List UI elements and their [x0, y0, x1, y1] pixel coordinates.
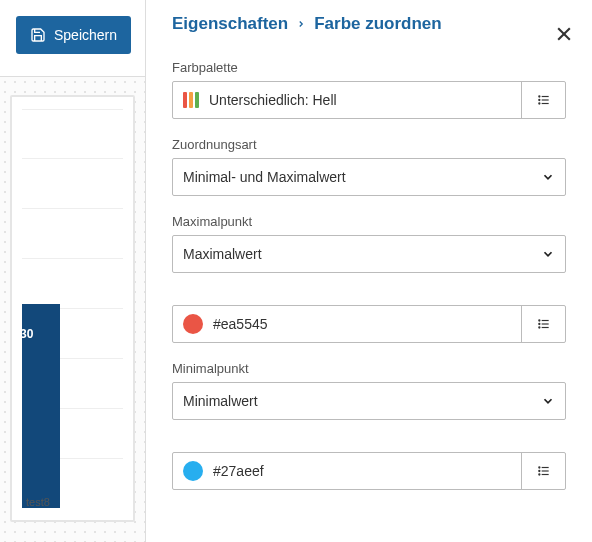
- breadcrumb: Eigenschaften Farbe zuordnen: [172, 14, 566, 34]
- chart-card[interactable]: 30 test8: [10, 95, 135, 522]
- canvas-area: 30 test8: [0, 76, 145, 542]
- chart-x-label: test8: [26, 496, 50, 508]
- palette-select[interactable]: Unterschiedlich: Hell: [173, 82, 521, 118]
- svg-rect-15: [541, 467, 548, 468]
- mapping-select[interactable]: Minimal- und Maximalwert: [172, 158, 566, 196]
- maxpoint-select[interactable]: Maximalwert: [172, 235, 566, 273]
- minpoint-value: Minimalwert: [183, 393, 541, 409]
- save-button-label: Speichern: [54, 27, 117, 43]
- svg-point-16: [538, 470, 540, 472]
- minpoint-group: Minimalpunkt Minimalwert: [172, 361, 566, 420]
- properties-panel: Eigenschaften Farbe zuordnen Farbpalette…: [146, 0, 592, 542]
- breadcrumb-parent[interactable]: Eigenschaften: [172, 14, 288, 34]
- svg-point-10: [538, 323, 540, 325]
- chart-plot: 30: [22, 109, 123, 508]
- breadcrumb-current: Farbe zuordnen: [314, 14, 442, 34]
- svg-rect-19: [541, 474, 548, 475]
- palette-list-button[interactable]: [521, 82, 565, 118]
- svg-rect-3: [541, 96, 548, 97]
- minpoint-label: Minimalpunkt: [172, 361, 566, 376]
- palette-value: Unterschiedlich: Hell: [209, 92, 337, 108]
- list-icon: [537, 464, 551, 478]
- maxcolor-list-button[interactable]: [521, 306, 565, 342]
- svg-rect-11: [541, 323, 548, 324]
- list-icon: [537, 317, 551, 331]
- maxcolor-select[interactable]: #ea5545: [173, 306, 521, 342]
- mincolor-group: #27aeef: [172, 452, 566, 490]
- close-button[interactable]: [554, 24, 574, 47]
- mapping-group: Zuordnungsart Minimal- und Maximalwert: [172, 137, 566, 196]
- chevron-right-icon: [296, 19, 306, 29]
- svg-rect-17: [541, 470, 548, 471]
- palette-swatch-icon: [183, 92, 199, 108]
- svg-rect-5: [541, 99, 548, 100]
- svg-rect-9: [541, 320, 548, 321]
- chevron-down-icon: [541, 170, 555, 184]
- color-swatch-icon: [183, 461, 203, 481]
- minpoint-select[interactable]: Minimalwert: [172, 382, 566, 420]
- chevron-down-icon: [541, 247, 555, 261]
- maxcolor-group: #ea5545: [172, 305, 566, 343]
- svg-point-2: [538, 95, 540, 97]
- svg-point-18: [538, 473, 540, 475]
- color-swatch-icon: [183, 314, 203, 334]
- svg-rect-7: [541, 103, 548, 104]
- left-column: Speichern 30 test8: [0, 0, 146, 542]
- list-icon: [537, 93, 551, 107]
- svg-rect-13: [541, 327, 548, 328]
- save-icon: [30, 27, 46, 43]
- mapping-value: Minimal- und Maximalwert: [183, 169, 541, 185]
- maxcolor-value: #ea5545: [213, 316, 268, 332]
- maxpoint-label: Maximalpunkt: [172, 214, 566, 229]
- maxpoint-group: Maximalpunkt Maximalwert: [172, 214, 566, 273]
- mincolor-value: #27aeef: [213, 463, 264, 479]
- close-icon: [554, 24, 574, 44]
- svg-point-8: [538, 319, 540, 321]
- svg-point-14: [538, 466, 540, 468]
- chart-bar-value: 30: [22, 327, 33, 341]
- maxpoint-value: Maximalwert: [183, 246, 541, 262]
- mapping-label: Zuordnungsart: [172, 137, 566, 152]
- svg-point-12: [538, 326, 540, 328]
- mincolor-list-button[interactable]: [521, 453, 565, 489]
- palette-group: Farbpalette Unterschiedlich: Hell: [172, 60, 566, 119]
- mincolor-select[interactable]: #27aeef: [173, 453, 521, 489]
- chevron-down-icon: [541, 394, 555, 408]
- palette-label: Farbpalette: [172, 60, 566, 75]
- svg-point-6: [538, 102, 540, 104]
- save-button[interactable]: Speichern: [16, 16, 131, 54]
- svg-point-4: [538, 99, 540, 101]
